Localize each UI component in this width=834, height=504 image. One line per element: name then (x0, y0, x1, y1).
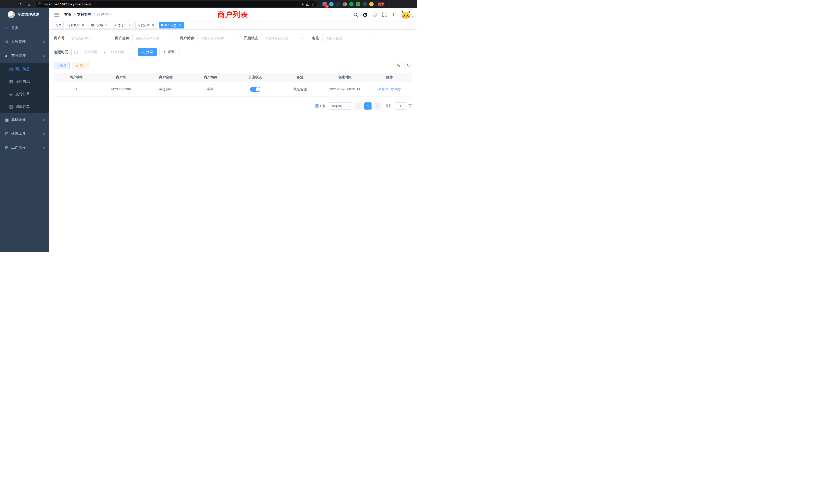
extension-icon[interactable] (329, 2, 333, 6)
close-icon[interactable]: × (178, 23, 181, 27)
site-info-icon[interactable]: ⓘ (38, 2, 42, 6)
column-header: 创建时间 (323, 75, 367, 79)
app-logo[interactable]: 芋道管理系统 (0, 8, 49, 21)
fullscreen-icon[interactable] (381, 12, 387, 18)
top-navbar: 首页 / 支付管理 / 商户信息 商户列表 ? (49, 8, 417, 21)
search-icon[interactable] (353, 12, 359, 18)
tab-refund-order[interactable]: 退款订单 × (135, 22, 157, 28)
sidebar-item-label: 工作流程 (11, 145, 43, 150)
github-icon[interactable] (362, 12, 368, 18)
close-icon[interactable]: × (151, 23, 155, 27)
browser-back-icon[interactable]: ← (3, 1, 9, 7)
close-icon[interactable]: × (105, 23, 108, 27)
date-range-picker[interactable]: 开始日期 - 结束日期 (71, 48, 131, 56)
delete-link[interactable]: 删除 (391, 87, 401, 91)
extension-badge: 10 (325, 5, 329, 8)
search-button[interactable]: 搜索 (138, 48, 157, 56)
extension-icon[interactable]: 10 (323, 2, 327, 6)
goto-page-input[interactable] (395, 102, 406, 110)
browser-update-button[interactable]: 更新 (378, 2, 385, 6)
tab-label: 商户信息 (164, 23, 177, 27)
sidebar-item-pay-order[interactable]: ◎ 支付订单 (0, 88, 49, 100)
filter-row-2: 创建时间 开始日期 - 结束日期 (54, 48, 412, 56)
cell-create-time: 2021-10-23 08:31:14 (323, 87, 367, 91)
tab-pay-order[interactable]: 支付订单 × (112, 22, 134, 28)
tab-merchant-info[interactable]: 商户信息 × (159, 22, 184, 28)
tab-user-group[interactable]: 用户分组 × (89, 22, 110, 28)
remark-input[interactable] (322, 34, 370, 42)
reset-button[interactable]: ↻ 重置 (159, 48, 178, 56)
browser-menu-icon[interactable]: ⋮ (388, 2, 392, 6)
sidebar-item-label: 首页 (11, 26, 45, 30)
chevron-down-icon: ∨ (42, 132, 45, 135)
field-label: 商户号 (54, 36, 68, 41)
prev-page-button[interactable]: ‹ (355, 102, 362, 110)
tab-home[interactable]: 首页 (53, 22, 64, 28)
status-toggle[interactable] (250, 87, 260, 92)
font-size-icon[interactable]: T (391, 12, 397, 18)
tab-label: 流程表单 (68, 23, 80, 27)
password-key-icon[interactable] (301, 2, 304, 6)
extension-icon[interactable] (336, 2, 340, 6)
sidebar-item-system[interactable]: ⚙ 系统管理 ∨ (0, 35, 49, 49)
extension-icon[interactable] (343, 2, 347, 6)
sidebar-fold-icon[interactable] (52, 10, 61, 19)
sidebar-item-app-info[interactable]: ▦ 应用信息 (0, 75, 49, 88)
end-date-placeholder[interactable]: 结束日期 (107, 50, 128, 54)
payment-submenu: ▤ 商户信息 ▦ 应用信息 ◎ 支付订单 ▥ 退款订单 (0, 63, 49, 113)
status-select-input[interactable] (261, 34, 305, 42)
edit-link[interactable]: 修改 (378, 87, 388, 91)
merchant-no-input[interactable] (68, 34, 108, 42)
toggle-search-button[interactable] (395, 62, 402, 69)
refresh-table-button[interactable]: ↻ (405, 62, 412, 69)
column-header: 商户简称 (188, 75, 233, 79)
question-mark: ? (373, 13, 377, 17)
short-name-input[interactable] (197, 34, 237, 42)
bookmark-star-icon[interactable]: ☆ (311, 2, 315, 7)
breadcrumb-item[interactable]: 支付管理 (77, 12, 91, 17)
sidebar-item-payment[interactable]: ¥ 支付管理 ∧ (0, 49, 49, 63)
status-select[interactable]: ▾ (261, 34, 305, 42)
close-icon[interactable]: × (128, 23, 131, 27)
sidebar-item-infrastructure[interactable]: ▣ 基础设施 ∨ (0, 113, 49, 127)
extension-icon[interactable] (363, 2, 367, 6)
extension-icon[interactable] (369, 2, 374, 6)
help-icon[interactable]: ? (372, 12, 378, 18)
browser-reload-icon[interactable]: ↻ (18, 1, 24, 7)
start-date-placeholder[interactable]: 开始日期 (80, 50, 101, 54)
filter-remark: 备注 (312, 34, 370, 42)
chevron-down-icon: ∨ (42, 118, 45, 121)
browser-home-icon[interactable]: ⌂ (26, 1, 32, 7)
column-header: 商户全称 (144, 75, 188, 79)
tab-label: 退款订单 (138, 23, 150, 27)
pagination-total-rest: 1 条 (319, 104, 326, 108)
sidebar-item-home[interactable]: ◔ 首页 (0, 21, 49, 35)
tab-process-form[interactable]: 流程表单 × (65, 22, 87, 28)
browser-forward-icon[interactable]: → (10, 1, 17, 7)
sidebar-item-merchant-info[interactable]: ▤ 商户信息 (0, 63, 49, 75)
export-button[interactable]: 导出 (72, 62, 89, 69)
column-header: 商户编号 (54, 75, 98, 79)
column-header: 操作 (367, 75, 412, 79)
search-button-label: 搜索 (146, 50, 153, 54)
sidebar-item-workflow[interactable]: ⊞ 工作流程 ∨ (0, 141, 49, 155)
sidebar-item-refund-order[interactable]: ▥ 退款订单 (0, 100, 49, 113)
next-page-button[interactable]: › (374, 102, 381, 110)
full-name-input[interactable] (132, 34, 173, 42)
page-number-current[interactable]: 1 (364, 102, 372, 110)
user-avatar[interactable]: ▾ (401, 10, 413, 19)
cell-short-name: 芋艿 (188, 87, 233, 92)
extension-icon[interactable] (349, 2, 354, 6)
grid-icon: ▦ (9, 79, 16, 84)
page-size-input[interactable] (328, 102, 352, 110)
sidebar-item-dev-tools[interactable]: ⊟ 研发工具 ∨ (0, 127, 49, 141)
address-bar[interactable]: ⓘ localhost:1024/pay/merchant ☆ (36, 1, 318, 7)
share-icon[interactable] (306, 2, 309, 6)
breadcrumb-item[interactable]: 首页 (64, 12, 71, 17)
page-size-select[interactable]: ▾ (328, 102, 352, 110)
extension-icon[interactable] (356, 2, 360, 6)
close-icon[interactable]: × (81, 23, 85, 27)
url-text[interactable]: localhost:1024/pay/merchant (44, 2, 299, 6)
breadcrumb-separator: / (74, 13, 75, 17)
add-button[interactable]: + 新增 (54, 62, 70, 69)
